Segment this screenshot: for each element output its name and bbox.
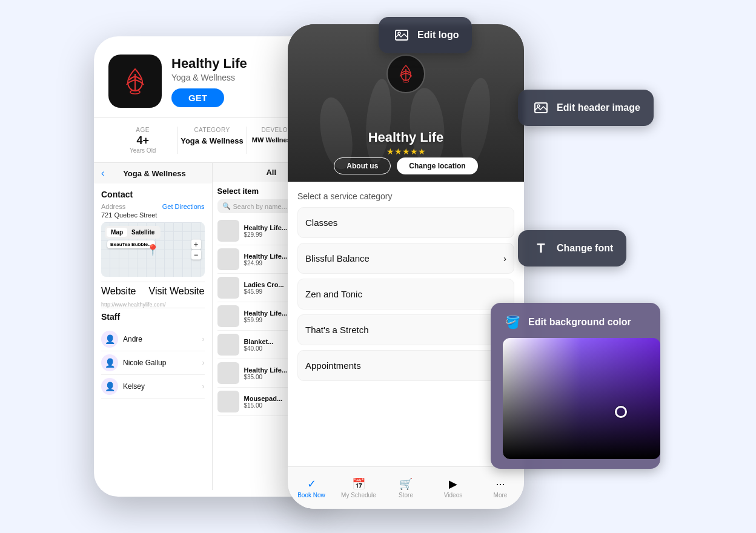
staff-item-1[interactable]: 👤 Nicole Gallup › [101, 351, 205, 375]
phone-bottom-nav: ✓ Book Now 📅 My Schedule 🛒 Store ▶ Video… [288, 466, 524, 509]
app-name: Healthy Life [171, 56, 247, 71]
edit-bg-header: 🪣 Edit background color [503, 313, 631, 332]
staff-name-2: Kelsey [123, 382, 145, 391]
category-name-0: Classes [305, 217, 337, 228]
get-directions-link[interactable]: Get Directions [162, 203, 205, 210]
book-now-icon: ✓ [288, 477, 335, 491]
item-name-5: Healthy Life... [244, 366, 288, 374]
schedule-icon: 📅 [335, 477, 382, 491]
app-store-app-info: Healthy Life Yoga & Wellness GET [171, 56, 247, 107]
item-price-6: $15.00 [244, 402, 283, 409]
change-font-label: Change font [557, 243, 613, 254]
staff-item-0[interactable]: 👤 Andre › [101, 328, 205, 351]
map-tab[interactable]: Map [107, 228, 127, 237]
category-name-4: Appointments [305, 360, 361, 371]
book-now-label: Book Now [288, 492, 335, 498]
category-name-3: That's a Stretch [305, 325, 369, 335]
phone-logo [386, 55, 425, 93]
nav-more[interactable]: ··· More [477, 478, 524, 498]
change-location-button[interactable]: Change location [397, 157, 477, 174]
map-placeholder: Map Satellite BeauTea Bubble... 📍 + − [101, 222, 205, 277]
staff-avatar-1: 👤 [101, 354, 118, 371]
color-picker-area[interactable] [503, 338, 660, 459]
item-price-5: $35.00 [244, 374, 288, 380]
staff-item-2[interactable]: 👤 Kelsey › [101, 375, 205, 399]
nav-book-now[interactable]: ✓ Book Now [288, 477, 335, 498]
item-price-2: $45.99 [244, 288, 284, 295]
zoom-in-btn[interactable]: + [191, 240, 201, 250]
item-img-1 [217, 248, 239, 270]
store-icon: 🛒 [382, 477, 429, 491]
edit-header-image-button[interactable]: Edit header image [518, 90, 654, 126]
category-name-2: Zen and Tonic [305, 289, 362, 299]
item-img-5 [217, 362, 239, 384]
item-img-0 [217, 220, 239, 242]
font-icon: T [531, 239, 551, 258]
website-url: http://www.healthylife.com/ [101, 302, 205, 308]
staff-heading: Staff [101, 308, 205, 324]
edit-logo-label: Edit logo [417, 30, 459, 41]
item-price-1: $24.99 [244, 260, 288, 266]
change-font-button[interactable]: T Change font [518, 230, 626, 266]
contact-section: Contact Address Get Directions 721 Quebe… [94, 184, 212, 405]
category-item-1[interactable]: Blissful Balance › [297, 243, 514, 274]
right-panel-title: All [266, 168, 276, 177]
meta-age: AGE 4+ Years Old [108, 127, 177, 154]
map-pin-icon: 📍 [146, 243, 159, 257]
staff-avatar-0: 👤 [101, 331, 118, 348]
category-item-4[interactable]: Appointments [297, 350, 514, 381]
left-panel-title: Yoga & Wellness [123, 169, 186, 178]
category-value: Yoga & Wellness [177, 136, 246, 145]
nav-videos[interactable]: ▶ Videos [429, 477, 477, 498]
staff-name-1: Nicole Gallup [123, 359, 166, 367]
videos-icon: ▶ [429, 477, 477, 491]
map-tabs[interactable]: Map Satellite [105, 226, 161, 239]
map-zoom[interactable]: + − [191, 240, 201, 260]
item-img-6 [217, 391, 239, 412]
item-img-3 [217, 305, 239, 327]
age-sub: Years Old [108, 147, 177, 154]
item-img-2 [217, 277, 239, 299]
category-item-2[interactable]: Zen and Tonic [297, 279, 514, 310]
color-picker-handle[interactable] [615, 406, 627, 418]
nav-store[interactable]: 🛒 Store [382, 477, 429, 498]
satellite-tab[interactable]: Satellite [127, 228, 159, 237]
staff-avatar-2: 👤 [101, 378, 118, 395]
staff-name-0: Andre [123, 335, 142, 343]
phone-business-name: Healthy Life [288, 130, 524, 145]
chevron-icon-2: › [202, 382, 205, 391]
edit-logo-button[interactable]: Edit logo [379, 17, 472, 53]
address-text: 721 Quebec Street [101, 211, 205, 219]
videos-label: Videos [429, 492, 477, 498]
color-gradient [503, 338, 660, 459]
edit-background-color-button[interactable]: 🪣 Edit background color [491, 303, 660, 469]
category-item-3[interactable]: That's a Stretch [297, 314, 514, 345]
item-name-6: Mousepad... [244, 395, 283, 402]
left-sub-panel: ‹ Yoga & Wellness Contact Address Get Di… [94, 163, 213, 490]
category-chevron-1: › [503, 253, 506, 263]
paint-bucket-icon: 🪣 [503, 313, 522, 332]
item-price-0: $29.99 [244, 231, 288, 238]
contact-heading: Contact [101, 190, 205, 199]
age-value: 4+ [108, 134, 177, 147]
category-item-0[interactable]: Classes [297, 207, 514, 238]
left-panel-header: ‹ Yoga & Wellness [94, 163, 212, 184]
category-label: CATEGORY [177, 127, 246, 133]
zoom-out-btn[interactable]: − [191, 250, 201, 260]
item-price-4: $40.00 [244, 345, 274, 352]
phone-action-buttons: About us Change location [288, 157, 524, 174]
category-name-1: Blissful Balance [305, 253, 370, 263]
nav-my-schedule[interactable]: 📅 My Schedule [335, 477, 382, 498]
back-arrow-icon[interactable]: ‹ [101, 168, 104, 179]
visit-website-link[interactable]: Visit Website [149, 286, 205, 297]
edit-bg-label: Edit background color [528, 317, 631, 328]
item-img-4 [217, 334, 239, 356]
get-button[interactable]: GET [171, 88, 224, 107]
website-row: Website Visit Website [101, 282, 205, 300]
app-category: Yoga & Wellness [171, 73, 247, 82]
header-image-icon [531, 98, 551, 118]
about-us-button[interactable]: About us [334, 157, 391, 174]
item-name-0: Healthy Life... [244, 224, 288, 231]
website-label: Website [101, 286, 136, 297]
image-icon [392, 25, 411, 45]
